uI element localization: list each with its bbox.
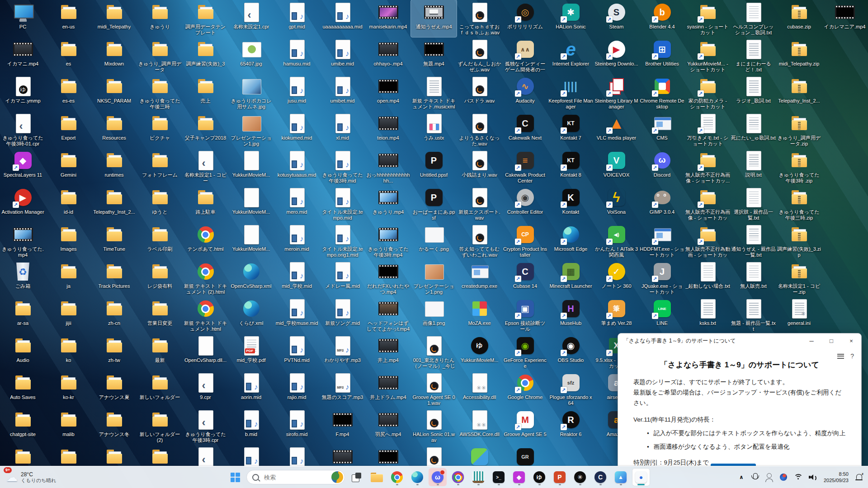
- desktop-icon[interactable]: おっhhhhhhhhhhhhhh...: [365, 148, 411, 185]
- desktop-icon[interactable]: ♪タイトル未設定.tempo.orig1.mid: [320, 222, 365, 259]
- desktop-icon[interactable]: runtimes: [91, 148, 137, 185]
- close-button[interactable]: ×: [841, 333, 861, 348]
- desktop-icon[interactable]: ♪rajio.mid: [274, 371, 320, 408]
- desktop-icon[interactable]: PDFmid_学校.pdf: [228, 333, 274, 371]
- desktop-icon[interactable]: ♪uaaaaaaaaaa.mid: [320, 0, 365, 37]
- desktop-icon[interactable]: ゆYukkuriMovieM...: [457, 333, 502, 371]
- desktop-icon[interactable]: ↗Steinberg Library Manager: [594, 74, 639, 111]
- taskbar-active-support-dialog-app[interactable]: ●: [632, 468, 650, 486]
- desktop-icon[interactable]: ラベル印刷: [137, 222, 183, 259]
- desktop-icon[interactable]: F.mp4: [320, 408, 365, 445]
- desktop-icon[interactable]: 通知うぜえ - 親作品一覧.txt: [731, 222, 776, 259]
- maximize-button[interactable]: □: [821, 333, 841, 348]
- desktop-icon[interactable]: ↗Chrome Remote Desktop: [639, 74, 685, 111]
- desktop-icon[interactable]: 001_東北きりたん（ノーマル）_今じゃ...: [411, 333, 457, 371]
- desktop-icon[interactable]: Groove Agent SE 01.wav: [411, 371, 457, 408]
- taskbar-task-view-button[interactable]: [347, 468, 365, 486]
- desktop-icon[interactable]: ‹きゅうり食ってた午後3時-01.cpr: [0, 111, 46, 148]
- desktop-icon[interactable]: ずんだもん_しおかぜふ.wav: [457, 37, 502, 74]
- desktop-icon[interactable]: ♪mero.mid: [274, 185, 320, 222]
- desktop-icon[interactable]: ◉↗Controller Editor: [502, 185, 548, 222]
- desktop-icon[interactable]: ‹9.cpr: [183, 371, 228, 408]
- desktop-icon[interactable]: ♪タイトル未設定.tempo.mid: [320, 185, 365, 222]
- desktop-icon[interactable]: 調声用データテンプレート: [183, 0, 228, 37]
- desktop-icon[interactable]: 父子キャンプ2018: [183, 111, 228, 148]
- desktop-icon[interactable]: ✳✳Accessibility.dll: [457, 371, 502, 408]
- taskbar-terminal[interactable]: >_: [490, 468, 508, 486]
- desktop-icon[interactable]: ♪mid_学校.mid: [274, 259, 320, 296]
- desktop-icon[interactable]: M↗Groove Agent SE 5: [502, 408, 548, 445]
- desktop-icon[interactable]: TimeTune: [91, 222, 137, 259]
- desktop-icon[interactable]: ▣↗Epson 接続診断ツール: [502, 296, 548, 333]
- taskbar-file-explorer[interactable]: [368, 468, 386, 486]
- desktop-icon[interactable]: テンポあて.html: [183, 222, 228, 259]
- taskbar-ymm4[interactable]: ゆ: [530, 468, 548, 486]
- desktop-icon[interactable]: 筆↗筆まめ Ver.28: [594, 296, 639, 333]
- desktop-icon[interactable]: ♪meroin.mid: [274, 222, 320, 259]
- desktop-icon[interactable]: ♪新規ソング.mid: [320, 296, 365, 333]
- desktop-icon[interactable]: ◀)↗かんたん！AITalk 3 関西風: [594, 222, 639, 259]
- desktop-icon[interactable]: 無題 - 親作品一覧.txt: [731, 296, 776, 333]
- microphone-icon[interactable]: [751, 470, 760, 484]
- desktop-icon[interactable]: ♪kotusytuaaus.mid: [274, 148, 320, 185]
- desktop-icon[interactable]: イカレマニア.mp4: [822, 0, 868, 37]
- desktop-icon[interactable]: ▲↗VLC media player: [594, 111, 639, 148]
- desktop-icon[interactable]: PUntitled.ppsf: [411, 148, 457, 185]
- taskbar-photos[interactable]: ▲: [612, 468, 630, 486]
- desktop-icon[interactable]: C↗Cakewalk Next: [502, 111, 548, 148]
- desktop-icon[interactable]: きゅうり.mp4: [365, 185, 411, 222]
- desktop-icon[interactable]: ♪umibet.mid: [320, 74, 365, 111]
- desktop-icon[interactable]: manisekarin.mp4: [365, 0, 411, 37]
- desktop-icon[interactable]: こってゅｈｄすおｆｄｓｂふぉ.wav: [457, 0, 502, 37]
- desktop-icon[interactable]: ゆイカマニ.ymmp: [0, 74, 46, 111]
- desktop-icon[interactable]: プレゼンテーション1.png: [411, 259, 457, 296]
- desktop-icon[interactable]: YukkuriMovieM...: [228, 185, 274, 222]
- taskbar-steinberg-activation[interactable]: [469, 468, 487, 486]
- desktop-icon[interactable]: ✳✳AWSSDK.Core.dll: [457, 408, 502, 445]
- desktop-icon[interactable]: Gemini: [46, 148, 91, 185]
- desktop-icon[interactable]: 最新: [137, 333, 183, 371]
- desktop-icon[interactable]: ||||↗Keepforest File Manager: [548, 74, 594, 111]
- desktop-icon[interactable]: まにまにわーるど！.txt: [731, 37, 776, 74]
- desktop-icon[interactable]: ♪sirofo.mid: [274, 408, 320, 445]
- desktop-icon[interactable]: 路上駐車: [183, 185, 228, 222]
- desktop-icon[interactable]: ksks.txt: [685, 296, 731, 333]
- desktop-icon[interactable]: ‹きゅうり食ってた午後3時.cpr: [183, 408, 228, 445]
- desktop-icon[interactable]: YukkuriMovieM...: [228, 222, 274, 259]
- desktop-icon[interactable]: ✳general.ini: [776, 296, 822, 333]
- desktop-icon[interactable]: e↗Internet Explorer: [548, 37, 594, 74]
- taskbar-edge[interactable]: [408, 468, 426, 486]
- desktop-icon[interactable]: 答え知っててもむずいわこれ.wav: [457, 222, 502, 259]
- color-sphere-icon[interactable]: [779, 470, 788, 484]
- desktop-icon[interactable]: Export: [46, 111, 91, 148]
- desktop-icon[interactable]: MP3♪無題のスコア.mp3: [320, 371, 365, 408]
- desktop-icon[interactable]: id-id: [46, 185, 91, 222]
- desktop-icon[interactable]: zh-tw: [91, 333, 137, 371]
- desktop-icon[interactable]: ↗万引きメモ.txt - ショートカット: [685, 111, 731, 148]
- desktop-icon[interactable]: 画像1.png: [411, 296, 457, 333]
- volume-icon[interactable]: [808, 470, 818, 484]
- desktop-icon[interactable]: プレゼンテーション1.jpg: [228, 111, 274, 148]
- desktop-icon[interactable]: ↗CMS: [639, 111, 685, 148]
- desktop-icon[interactable]: ↗YukkuriMovieM... - ショートカット: [685, 37, 731, 74]
- desktop-icon[interactable]: ‹名称未設定1 - コピー: [183, 148, 228, 185]
- desktop-icon[interactable]: うみ.ustx: [411, 111, 457, 148]
- desktop-icon[interactable]: 説明.txt: [731, 148, 776, 185]
- help-icon[interactable]: ?: [850, 352, 854, 360]
- desktop-icon[interactable]: S↗Steam: [594, 0, 639, 37]
- desktop-icon[interactable]: 死にたい_ゅ歌詞.txt: [731, 111, 776, 148]
- desktop-icon[interactable]: 新規 テキスト ドキュメント.musicxml: [411, 74, 457, 111]
- desktop-icon[interactable]: MP3♪わかりやす.mp3: [320, 333, 365, 371]
- desktop-icon[interactable]: アナウンス冬: [91, 408, 137, 445]
- desktop-icon[interactable]: 新規エクスポート.wav: [457, 185, 502, 222]
- desktop-icon[interactable]: 井上ドラム.mp4: [365, 371, 411, 408]
- desktop-icon[interactable]: 新規 テキスト ドキュメント.html: [183, 296, 228, 333]
- desktop-icon[interactable]: ‹名称未設定1.cpr: [228, 0, 274, 37]
- desktop-icon[interactable]: en-us: [46, 0, 91, 37]
- taskbar-chrome[interactable]: [388, 468, 406, 486]
- desktop-icon[interactable]: フォトフレーム: [137, 148, 183, 185]
- taskbar-discord[interactable]: ω: [429, 468, 447, 486]
- desktop-icon[interactable]: きゅうりポカコレ用サムネ.jpg: [228, 74, 274, 111]
- desktop-icon[interactable]: ♪きゅうり食ってた午後3時.mid: [320, 148, 365, 185]
- desktop-icon[interactable]: ≡↗Cakewalk Product Center: [502, 148, 548, 185]
